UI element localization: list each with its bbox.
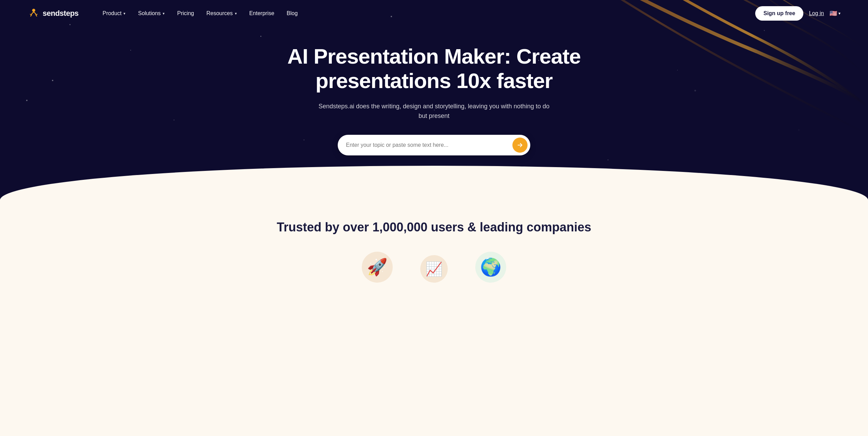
signup-button[interactable]: Sign up free xyxy=(755,6,803,21)
trusted-section: Trusted by over 1,000,000 users & leadin… xyxy=(0,199,868,296)
trusted-title: Trusted by over 1,000,000 users & leadin… xyxy=(277,220,591,235)
chart-icon-bg: 📈 xyxy=(420,255,448,283)
chevron-down-icon: ▾ xyxy=(163,11,165,16)
flag-icon: 🇺🇸 xyxy=(829,10,837,17)
chevron-down-icon: ▾ xyxy=(838,11,840,16)
nav-pricing[interactable]: Pricing xyxy=(172,8,199,19)
search-submit-button[interactable] xyxy=(512,138,528,153)
logo[interactable]: sendsteps xyxy=(28,7,78,20)
svg-point-0 xyxy=(32,9,35,12)
rocket-icon: 🚀 xyxy=(367,258,388,277)
hero-title: AI Presentation Maker: Create presentati… xyxy=(287,44,581,93)
nav-blog[interactable]: Blog xyxy=(282,8,303,19)
nav-links: Product ▾ Solutions ▾ Pricing Resources … xyxy=(98,8,744,19)
chart-icon: 📈 xyxy=(425,261,443,277)
globe-icon-bg: 🌍 xyxy=(475,252,506,283)
nav-resources[interactable]: Resources ▾ xyxy=(202,8,241,19)
hero-subtitle: Sendsteps.ai does the writing, design an… xyxy=(314,101,554,121)
nav-enterprise[interactable]: Enterprise xyxy=(245,8,279,19)
topic-input[interactable] xyxy=(346,142,512,148)
search-container xyxy=(338,135,530,155)
hero-curve xyxy=(0,166,868,199)
rocket-icon-bg: 🚀 xyxy=(362,252,393,283)
globe-icon: 🌍 xyxy=(480,257,501,277)
hero-content: AI Presentation Maker: Create presentati… xyxy=(287,44,581,155)
navbar: sendsteps Product ▾ Solutions ▾ Pricing … xyxy=(0,0,868,27)
nav-solutions[interactable]: Solutions ▾ xyxy=(133,8,170,19)
arrow-right-icon xyxy=(517,142,523,149)
feature-globe: 🌍 xyxy=(475,252,506,283)
chevron-down-icon: ▾ xyxy=(235,11,237,16)
logo-icon xyxy=(28,7,40,20)
feature-icons-row: 🚀 📈 🌍 xyxy=(28,252,840,283)
login-button[interactable]: Log in xyxy=(809,10,824,17)
nav-product[interactable]: Product ▾ xyxy=(98,8,130,19)
chevron-down-icon: ▾ xyxy=(123,11,126,16)
feature-chart: 📈 xyxy=(420,255,448,283)
highlight-word: panies xyxy=(552,220,591,235)
language-selector[interactable]: 🇺🇸 ▾ xyxy=(829,10,840,17)
feature-rocket: 🚀 xyxy=(362,252,393,283)
highlight-blob xyxy=(549,223,595,236)
hero-section: AI Presentation Maker: Create presentati… xyxy=(0,0,868,199)
nav-actions: Sign up free Log in 🇺🇸 ▾ xyxy=(755,6,840,21)
logo-text: sendsteps xyxy=(43,9,78,18)
